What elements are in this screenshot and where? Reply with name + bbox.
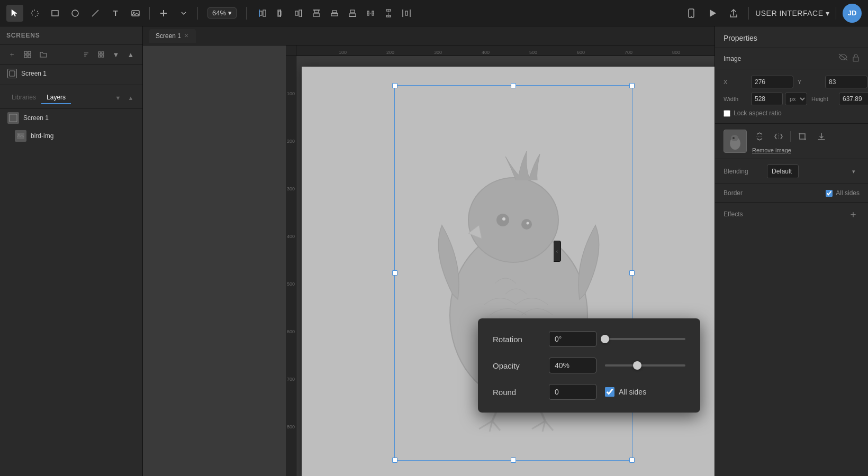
- handle-bl[interactable]: [392, 457, 397, 463]
- add-folder-btn[interactable]: [37, 48, 50, 61]
- lock-aspect-checkbox[interactable]: [724, 110, 730, 117]
- y-input[interactable]: [825, 76, 867, 88]
- sort-grid-btn[interactable]: [95, 48, 107, 61]
- toolbar-right-group: USER INTERFACE ▾ JD: [683, 4, 862, 23]
- sort-order-down-btn[interactable]: ▼: [110, 48, 122, 61]
- x-input[interactable]: [751, 76, 793, 88]
- add-dropdown-btn[interactable]: [175, 5, 192, 22]
- left-panel: Screens ＋ ▼ ▲: [0, 26, 143, 476]
- remove-image-btn[interactable]: Remove image: [752, 146, 829, 153]
- handle-tl[interactable]: [392, 83, 397, 88]
- canvas-frame[interactable]: Be Cool: [302, 67, 715, 476]
- opacity-slider-thumb[interactable]: [633, 361, 641, 370]
- canvas-tab-screen1[interactable]: Screen 1 ✕: [149, 29, 196, 43]
- svg-rect-19: [332, 11, 337, 13]
- svg-rect-37: [24, 51, 27, 54]
- round-allsides-checkbox[interactable]: [605, 387, 614, 397]
- add-screen-btn[interactable]: ＋: [5, 48, 18, 61]
- svg-rect-0: [52, 11, 58, 16]
- round-allsides-label[interactable]: All sides: [605, 387, 646, 397]
- align-tool-3[interactable]: [290, 5, 307, 22]
- width-unit-select[interactable]: px %: [785, 93, 807, 105]
- round-input[interactable]: [549, 384, 596, 400]
- mobile-preview-btn[interactable]: [683, 5, 700, 22]
- share-btn[interactable]: [725, 5, 742, 22]
- handle-tr[interactable]: [629, 83, 635, 88]
- flip-horizontal-btn[interactable]: [771, 129, 786, 144]
- layers-sort-down[interactable]: ▼: [113, 93, 123, 103]
- add-element-btn[interactable]: [155, 5, 172, 22]
- circle-tool[interactable]: [67, 5, 84, 22]
- align-tool-1[interactable]: [254, 5, 271, 22]
- layers-sort-up[interactable]: ▲: [125, 93, 136, 103]
- ui-label[interactable]: USER INTERFACE ▾: [755, 9, 829, 17]
- handle-tc[interactable]: [511, 83, 516, 88]
- align-tool-5[interactable]: [326, 5, 343, 22]
- tab-libraries[interactable]: Libraries: [6, 91, 41, 104]
- rect-tool[interactable]: [47, 5, 64, 22]
- download-image-btn[interactable]: [814, 129, 829, 144]
- handle-br[interactable]: [629, 457, 635, 463]
- align-tool-7[interactable]: [362, 5, 379, 22]
- user-avatar[interactable]: JD: [843, 4, 862, 23]
- image-tool[interactable]: [127, 5, 144, 22]
- text-tool[interactable]: T: [107, 5, 124, 22]
- select-tool[interactable]: [6, 5, 23, 22]
- layers-actions: ▼ ▲: [113, 93, 136, 103]
- screen-label-1: Screen 1: [21, 70, 47, 77]
- collapse-right-panel-btn[interactable]: ‹: [554, 241, 561, 262]
- handle-bc[interactable]: [511, 457, 516, 463]
- image-thumbnail: [724, 130, 747, 153]
- opacity-input[interactable]: [549, 358, 596, 373]
- flip-vertical-btn[interactable]: [752, 129, 767, 144]
- handle-mr[interactable]: [629, 270, 635, 276]
- image-section-header: Image: [715, 48, 868, 69]
- opacity-slider[interactable]: [605, 364, 685, 367]
- rotation-slider[interactable]: [605, 338, 685, 340]
- crop-btn[interactable]: [795, 129, 810, 144]
- canvas-scroll-area[interactable]: 100 200 300 400 500 600 700 800: [286, 56, 715, 476]
- ruler-h-500: 500: [529, 50, 537, 55]
- main-area: Screens ＋ ▼ ▲: [0, 26, 868, 476]
- handle-ml[interactable]: [392, 270, 397, 276]
- width-input[interactable]: [751, 93, 783, 105]
- align-tool-4[interactable]: [308, 5, 325, 22]
- add-component-btn[interactable]: [21, 48, 34, 61]
- lock-aspect-checkbox-row[interactable]: Lock aspect ratio: [724, 109, 860, 117]
- ruler-h-800: 800: [672, 50, 680, 55]
- toolbar-sep-right: [748, 7, 749, 20]
- tab-layers[interactable]: Layers: [41, 91, 71, 104]
- properties-header: Properties: [715, 26, 868, 48]
- height-input[interactable]: [839, 93, 868, 105]
- blending-select[interactable]: Default Multiply Screen Overlay Darken L…: [767, 164, 799, 178]
- sort-down-btn[interactable]: [80, 48, 93, 61]
- layer-bird-img[interactable]: bird-img: [0, 127, 142, 145]
- distribute-h-tool[interactable]: [398, 5, 415, 22]
- svg-rect-13: [295, 11, 298, 15]
- align-tool-2[interactable]: [272, 5, 289, 22]
- image-lock-btn[interactable]: [852, 53, 860, 63]
- rotation-row: Rotation: [493, 331, 685, 347]
- rotation-slider-thumb[interactable]: [601, 335, 609, 343]
- canvas-tab-label: Screen 1: [156, 32, 181, 40]
- effects-add-btn[interactable]: ＋: [847, 208, 860, 221]
- lasso-tool[interactable]: [26, 5, 43, 22]
- ui-label-text: USER INTERFACE: [755, 9, 823, 17]
- zoom-control[interactable]: 64% ▾: [207, 7, 237, 19]
- play-preview-btn[interactable]: [704, 5, 721, 22]
- image-header-actions: [838, 53, 860, 63]
- line-tool[interactable]: [87, 5, 104, 22]
- border-allsides-checkbox[interactable]: [826, 190, 833, 197]
- image-visibility-btn[interactable]: [838, 53, 848, 63]
- align-tool-6[interactable]: [344, 5, 361, 22]
- align-tool-8[interactable]: [380, 5, 397, 22]
- blending-select-wrapper[interactable]: Default Multiply Screen Overlay Darken L…: [767, 164, 860, 178]
- layer-screen-1[interactable]: Screen 1: [0, 109, 142, 127]
- rotation-input[interactable]: [549, 331, 596, 347]
- svg-line-2: [92, 10, 98, 16]
- sort-order-up-btn[interactable]: ▲: [124, 48, 137, 61]
- zoom-dropdown-icon: ▾: [228, 9, 232, 17]
- canvas-tab-close[interactable]: ✕: [184, 33, 188, 39]
- svg-rect-41: [98, 52, 101, 54]
- screen-item-1[interactable]: Screen 1: [0, 65, 142, 83]
